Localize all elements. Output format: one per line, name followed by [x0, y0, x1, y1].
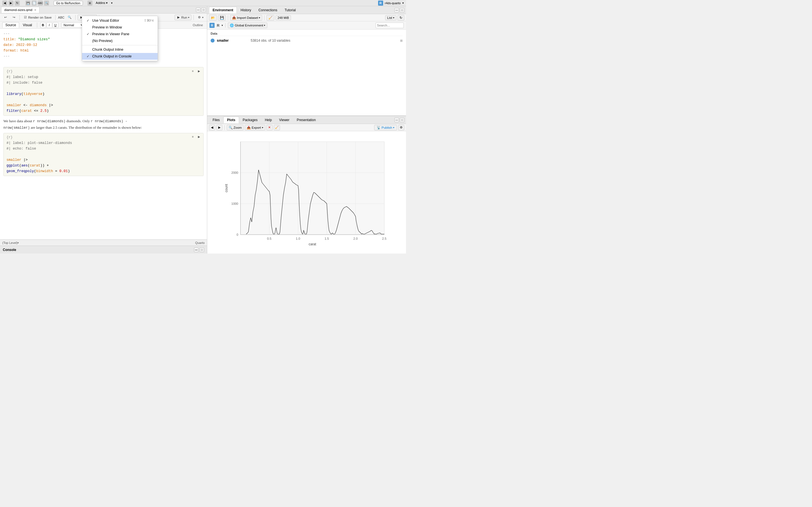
r-env-selector: R R ▾ 🌐 Global Environment ▾ — [207, 21, 406, 30]
export-chevron: ▾ — [262, 126, 263, 129]
dropdown-menu[interactable]: ✓ Use Visual Editor ⇧⌘F4 Preview in Wind… — [82, 16, 158, 61]
r-dropdown[interactable]: ▾ — [221, 24, 223, 27]
console-minimize-btn[interactable]: — — [194, 247, 199, 252]
load-workspace-btn[interactable]: 📂 — [209, 15, 217, 20]
save-all-icon[interactable]: 💾 — [26, 1, 31, 6]
find-icon[interactable]: 🔍 — [44, 1, 49, 6]
run-dropdown-icon[interactable]: ▾ — [188, 16, 190, 19]
chunk1-comment1: #| label: setup — [6, 75, 38, 79]
back-icon[interactable]: ◀ — [2, 1, 7, 6]
underline-btn[interactable]: U — [53, 22, 58, 28]
tab-viewer[interactable]: Viewer — [275, 117, 293, 123]
chunk-settings-btn-2[interactable]: ≡ — [190, 134, 195, 139]
forward-icon[interactable]: ▶ — [8, 1, 13, 6]
prose-text-1: We have data about r nrow(diamonds) diam… — [3, 118, 204, 131]
tab-packages[interactable]: Packages — [239, 117, 261, 123]
prose-mid: diamonds. Only — [65, 119, 91, 123]
redo-btn[interactable]: ↪ — [10, 15, 17, 20]
publish-btn[interactable]: 📡 Publish ▾ — [374, 125, 397, 130]
editor-tab-btns: — □ — [196, 8, 206, 12]
editor-tab-diamond-sizes[interactable]: diamond-sizes.qmd ✕ — [1, 7, 40, 13]
run-btn[interactable]: ▶ Run ▾ — [174, 15, 192, 20]
go-to-file-btn[interactable]: Go to file/function — [54, 1, 83, 5]
tab-help[interactable]: Help — [261, 117, 275, 123]
bold-btn[interactable]: B — [40, 22, 46, 28]
maximize-btn[interactable]: □ — [201, 8, 206, 12]
refresh-icon[interactable]: ↻ — [15, 1, 20, 6]
top-bar-icons: ◀ ▶ ↻ 💾 📄 ABC 🔍 Go to file/function ⊞ Ad… — [2, 1, 112, 6]
save-icon[interactable]: 📄 — [32, 1, 37, 6]
menu-chunk-output-inline[interactable]: Chunk Output Inline — [82, 46, 158, 53]
chunk-settings-btn-1[interactable]: ≡ — [190, 68, 195, 73]
console-label[interactable]: Console — [3, 248, 16, 252]
export-icon: 📤 — [247, 126, 251, 129]
menu-preview-in-window[interactable]: Preview in Window — [82, 24, 158, 31]
list-view-btn[interactable]: List ▾ — [385, 15, 396, 20]
zoom-btn[interactable]: 🔍 Zoom — [227, 125, 244, 130]
project-name: r4ds-quarto — [385, 1, 401, 5]
env-minimize-btn[interactable]: — — [395, 8, 399, 12]
tab-files[interactable]: Files — [209, 117, 223, 123]
chunk2-ap2: )) + — [40, 164, 49, 168]
visual-tab[interactable]: Visual — [20, 22, 35, 28]
code-chunk-1[interactable]: ≡ ▶ {r} #| label: setup #| include: fals… — [3, 67, 204, 116]
panel-tab-btns-env: — □ — [395, 8, 404, 12]
export-btn[interactable]: 📤 Export ▾ — [245, 125, 265, 130]
clear-env-btn[interactable]: 🧹 — [266, 15, 274, 20]
save-workspace-btn[interactable]: 💾 — [218, 15, 226, 20]
import-dataset-btn[interactable]: 📥 Import Dataset ▾ — [230, 15, 262, 20]
global-env-btn[interactable]: 🌐 Global Environment ▾ — [228, 22, 267, 28]
menu-no-preview[interactable]: (No Preview) — [82, 38, 158, 44]
italic-btn[interactable]: I — [47, 22, 52, 28]
tab-tutorial[interactable]: Tutorial — [281, 7, 299, 13]
minimize-btn[interactable]: — — [196, 8, 200, 12]
refresh-env-btn[interactable]: ↻ — [398, 15, 404, 20]
code-chunk-2[interactable]: ≡ ▶ {r} #| label: plot-smaller-diamonds … — [3, 133, 204, 176]
tab-connections[interactable]: Connections — [255, 7, 281, 13]
settings-btn[interactable]: ⚙ ▾ — [196, 15, 205, 20]
outline-btn[interactable]: Outline — [191, 23, 205, 27]
env-search-input[interactable] — [375, 22, 404, 28]
close-tab-icon[interactable]: ✕ — [34, 8, 36, 11]
undo-icon: ↩ — [3, 15, 7, 19]
spell-check-icon[interactable]: ABC — [38, 1, 43, 6]
chunk2-ap1: ( — [28, 164, 30, 168]
source-tab[interactable]: Source — [2, 22, 19, 28]
chunk-run-btn-1[interactable]: ▶ — [197, 68, 202, 73]
menu-use-visual-editor[interactable]: ✓ Use Visual Editor ⇧⌘F4 — [82, 17, 158, 24]
tab-plots[interactable]: Plots — [223, 117, 239, 123]
grid-icon[interactable]: ⊞ — [87, 1, 93, 6]
delete-plot-btn[interactable]: ✕ — [266, 125, 273, 130]
render-on-save-btn[interactable]: ☑ Render on Save — [22, 15, 53, 20]
tab-environment[interactable]: Environment — [209, 7, 237, 13]
menu-chunk-output-console[interactable]: ✓ Chunk Output in Console — [82, 53, 158, 60]
broom-plot-btn[interactable]: 🧹 — [274, 125, 280, 130]
chunk2-bw-val: 0.01 — [59, 169, 68, 173]
menu-chunk-inline-label: Chunk Output Inline — [92, 48, 123, 52]
env-item-name-smaller[interactable]: smaller — [217, 39, 251, 43]
plot-maximize-btn[interactable]: □ — [400, 118, 404, 122]
tab-history[interactable]: History — [237, 7, 255, 13]
undo-btn[interactable]: ↩ — [2, 15, 9, 20]
plot-minimize-btn[interactable]: — — [395, 118, 399, 122]
tab-presentation[interactable]: Presentation — [293, 117, 319, 123]
chunk-run-btn-2[interactable]: ▶ — [197, 134, 202, 139]
format-select[interactable]: Normal Heading 1 Heading 2 — [61, 22, 85, 27]
plot-settings-btn[interactable]: ⚙ — [398, 125, 404, 130]
grid-view-icon[interactable]: ⊞ — [400, 39, 403, 43]
memory-badge[interactable]: 248 MiB — [275, 15, 291, 20]
console-maximize-btn[interactable]: □ — [200, 247, 204, 252]
menu-preview-in-viewer[interactable]: ✓ Preview in Viewer Pane — [82, 31, 158, 38]
env-maximize-btn[interactable]: □ — [400, 8, 404, 12]
chunk1-lte: <= — [32, 109, 40, 113]
chunk1-comment2: #| include: false — [6, 81, 43, 85]
spell-check-btn[interactable]: ABC — [57, 15, 65, 20]
env-item-desc-smaller: 53814 obs. of 10 variables — [251, 39, 290, 43]
search-icon: 🔍 — [68, 15, 71, 19]
yaml-open-dashes: --- — [3, 32, 10, 36]
menu-shortcut-visual-editor: ⇧⌘F4 — [144, 18, 154, 22]
find-btn[interactable]: 🔍 — [66, 15, 73, 20]
plot-back-btn[interactable]: ◀ — [209, 125, 215, 130]
plot-forward-btn[interactable]: ▶ — [216, 125, 222, 130]
addins-btn[interactable]: Addins ▾ — [96, 1, 108, 5]
